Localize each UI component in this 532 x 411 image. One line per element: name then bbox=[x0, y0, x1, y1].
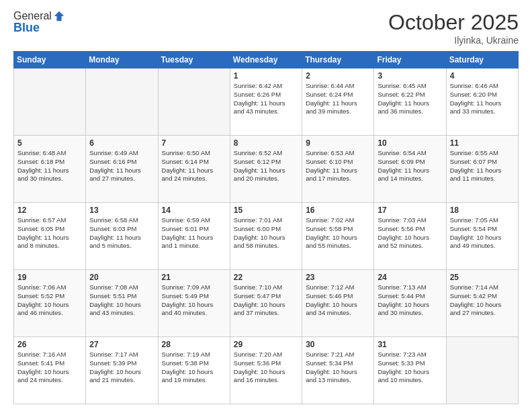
day-cell: 27Sunrise: 7:17 AM Sunset: 5:39 PM Dayli… bbox=[86, 337, 158, 404]
day-number: 5 bbox=[17, 138, 82, 148]
day-cell: 17Sunrise: 7:03 AM Sunset: 5:56 PM Dayli… bbox=[374, 203, 446, 270]
day-cell: 26Sunrise: 7:16 AM Sunset: 5:41 PM Dayli… bbox=[14, 337, 86, 404]
day-cell: 15Sunrise: 7:01 AM Sunset: 6:00 PM Dayli… bbox=[230, 203, 302, 270]
calendar-table: Sunday Monday Tuesday Wednesday Thursday… bbox=[13, 51, 519, 404]
header-saturday: Saturday bbox=[446, 52, 518, 68]
day-number: 11 bbox=[450, 138, 515, 148]
day-info: Sunrise: 7:20 AM Sunset: 5:36 PM Dayligh… bbox=[234, 351, 298, 385]
day-cell: 8Sunrise: 6:52 AM Sunset: 6:12 PM Daylig… bbox=[230, 136, 302, 203]
week-row-4: 19Sunrise: 7:06 AM Sunset: 5:52 PM Dayli… bbox=[14, 270, 519, 337]
day-number: 3 bbox=[378, 71, 442, 81]
week-row-2: 5Sunrise: 6:48 AM Sunset: 6:18 PM Daylig… bbox=[14, 136, 519, 203]
day-info: Sunrise: 7:02 AM Sunset: 5:58 PM Dayligh… bbox=[306, 216, 370, 250]
day-info: Sunrise: 7:03 AM Sunset: 5:56 PM Dayligh… bbox=[378, 216, 442, 250]
day-info: Sunrise: 7:08 AM Sunset: 5:51 PM Dayligh… bbox=[89, 283, 154, 318]
day-cell: 2Sunrise: 6:44 AM Sunset: 6:24 PM Daylig… bbox=[302, 68, 374, 136]
day-number: 31 bbox=[378, 340, 442, 349]
day-info: Sunrise: 6:45 AM Sunset: 6:22 PM Dayligh… bbox=[378, 82, 442, 116]
day-info: Sunrise: 6:46 AM Sunset: 6:20 PM Dayligh… bbox=[450, 82, 515, 116]
day-number: 10 bbox=[378, 138, 442, 148]
day-cell: 25Sunrise: 7:14 AM Sunset: 5:42 PM Dayli… bbox=[446, 270, 518, 337]
day-cell: 29Sunrise: 7:20 AM Sunset: 5:36 PM Dayli… bbox=[230, 337, 302, 404]
day-info: Sunrise: 7:09 AM Sunset: 5:49 PM Dayligh… bbox=[162, 283, 226, 318]
day-cell: 7Sunrise: 6:50 AM Sunset: 6:14 PM Daylig… bbox=[158, 136, 230, 203]
day-number: 18 bbox=[450, 205, 515, 215]
day-number: 19 bbox=[17, 273, 82, 282]
header-sunday: Sunday bbox=[14, 52, 86, 68]
day-cell: 21Sunrise: 7:09 AM Sunset: 5:49 PM Dayli… bbox=[158, 270, 230, 337]
header-tuesday: Tuesday bbox=[158, 52, 230, 68]
day-number: 28 bbox=[162, 340, 226, 349]
day-info: Sunrise: 7:16 AM Sunset: 5:41 PM Dayligh… bbox=[17, 351, 82, 385]
day-number: 6 bbox=[89, 138, 154, 148]
day-number: 22 bbox=[234, 273, 298, 282]
day-info: Sunrise: 7:10 AM Sunset: 5:47 PM Dayligh… bbox=[234, 283, 298, 318]
header-friday: Friday bbox=[374, 52, 446, 68]
day-cell: 31Sunrise: 7:23 AM Sunset: 5:33 PM Dayli… bbox=[374, 337, 446, 404]
day-cell: 24Sunrise: 7:13 AM Sunset: 5:44 PM Dayli… bbox=[374, 270, 446, 337]
day-info: Sunrise: 6:52 AM Sunset: 6:12 PM Dayligh… bbox=[234, 149, 298, 183]
day-number: 29 bbox=[234, 340, 298, 349]
day-info: Sunrise: 7:21 AM Sunset: 5:34 PM Dayligh… bbox=[306, 351, 370, 385]
day-cell: 16Sunrise: 7:02 AM Sunset: 5:58 PM Dayli… bbox=[302, 203, 374, 270]
day-number: 12 bbox=[17, 205, 82, 215]
day-cell: 18Sunrise: 7:05 AM Sunset: 5:54 PM Dayli… bbox=[446, 203, 518, 270]
weekday-header-row: Sunday Monday Tuesday Wednesday Thursday… bbox=[14, 52, 519, 68]
location-subtitle: Ilyinka, Ukraine bbox=[388, 35, 519, 46]
day-number: 17 bbox=[378, 205, 442, 215]
day-cell: 22Sunrise: 7:10 AM Sunset: 5:47 PM Dayli… bbox=[230, 270, 302, 337]
svg-marker-0 bbox=[54, 11, 64, 21]
header-monday: Monday bbox=[86, 52, 158, 68]
week-row-5: 26Sunrise: 7:16 AM Sunset: 5:41 PM Dayli… bbox=[14, 337, 519, 404]
header: General Blue October 2025 Ilyinka, Ukrai… bbox=[13, 10, 519, 46]
day-number: 4 bbox=[450, 71, 515, 81]
day-info: Sunrise: 7:17 AM Sunset: 5:39 PM Dayligh… bbox=[89, 351, 154, 385]
day-info: Sunrise: 6:58 AM Sunset: 6:03 PM Dayligh… bbox=[89, 216, 154, 250]
day-info: Sunrise: 7:01 AM Sunset: 6:00 PM Dayligh… bbox=[234, 216, 298, 250]
day-info: Sunrise: 7:06 AM Sunset: 5:52 PM Dayligh… bbox=[17, 283, 82, 318]
logo-icon bbox=[53, 10, 65, 22]
day-info: Sunrise: 6:49 AM Sunset: 6:16 PM Dayligh… bbox=[89, 149, 154, 183]
day-info: Sunrise: 7:14 AM Sunset: 5:42 PM Dayligh… bbox=[450, 283, 515, 318]
week-row-3: 12Sunrise: 6:57 AM Sunset: 6:05 PM Dayli… bbox=[14, 203, 519, 270]
title-block: October 2025 Ilyinka, Ukraine bbox=[388, 10, 519, 46]
logo: General Blue bbox=[13, 10, 65, 35]
day-number: 7 bbox=[162, 138, 226, 148]
day-info: Sunrise: 7:12 AM Sunset: 5:46 PM Dayligh… bbox=[306, 283, 370, 318]
week-row-1: 1Sunrise: 6:42 AM Sunset: 6:26 PM Daylig… bbox=[14, 68, 519, 136]
day-cell: 11Sunrise: 6:55 AM Sunset: 6:07 PM Dayli… bbox=[446, 136, 518, 203]
day-number: 2 bbox=[306, 71, 370, 81]
header-wednesday: Wednesday bbox=[230, 52, 302, 68]
day-cell: 9Sunrise: 6:53 AM Sunset: 6:10 PM Daylig… bbox=[302, 136, 374, 203]
day-number: 25 bbox=[450, 273, 515, 282]
day-info: Sunrise: 6:48 AM Sunset: 6:18 PM Dayligh… bbox=[17, 149, 82, 183]
day-cell: 1Sunrise: 6:42 AM Sunset: 6:26 PM Daylig… bbox=[230, 68, 302, 136]
day-cell: 5Sunrise: 6:48 AM Sunset: 6:18 PM Daylig… bbox=[14, 136, 86, 203]
day-info: Sunrise: 6:54 AM Sunset: 6:09 PM Dayligh… bbox=[378, 149, 442, 183]
day-cell: 14Sunrise: 6:59 AM Sunset: 6:01 PM Dayli… bbox=[158, 203, 230, 270]
day-number: 23 bbox=[306, 273, 370, 282]
day-number: 14 bbox=[162, 205, 226, 215]
day-info: Sunrise: 7:13 AM Sunset: 5:44 PM Dayligh… bbox=[378, 283, 442, 318]
day-number: 13 bbox=[89, 205, 154, 215]
month-title: October 2025 bbox=[388, 10, 519, 35]
day-number: 27 bbox=[89, 340, 154, 349]
day-cell: 3Sunrise: 6:45 AM Sunset: 6:22 PM Daylig… bbox=[374, 68, 446, 136]
day-cell: 4Sunrise: 6:46 AM Sunset: 6:20 PM Daylig… bbox=[446, 68, 518, 136]
day-number: 26 bbox=[17, 340, 82, 349]
day-cell: 28Sunrise: 7:19 AM Sunset: 5:38 PM Dayli… bbox=[158, 337, 230, 404]
day-number: 1 bbox=[234, 71, 298, 81]
page: General Blue October 2025 Ilyinka, Ukrai… bbox=[0, 0, 532, 411]
day-info: Sunrise: 6:44 AM Sunset: 6:24 PM Dayligh… bbox=[306, 82, 370, 116]
day-cell: 20Sunrise: 7:08 AM Sunset: 5:51 PM Dayli… bbox=[86, 270, 158, 337]
day-number: 20 bbox=[89, 273, 154, 282]
day-cell: 10Sunrise: 6:54 AM Sunset: 6:09 PM Dayli… bbox=[374, 136, 446, 203]
day-cell: 12Sunrise: 6:57 AM Sunset: 6:05 PM Dayli… bbox=[14, 203, 86, 270]
day-cell bbox=[86, 68, 158, 136]
day-cell: 6Sunrise: 6:49 AM Sunset: 6:16 PM Daylig… bbox=[86, 136, 158, 203]
day-info: Sunrise: 6:59 AM Sunset: 6:01 PM Dayligh… bbox=[162, 216, 226, 250]
day-number: 24 bbox=[378, 273, 442, 282]
day-number: 8 bbox=[234, 138, 298, 148]
day-number: 21 bbox=[162, 273, 226, 282]
day-info: Sunrise: 6:53 AM Sunset: 6:10 PM Dayligh… bbox=[306, 149, 370, 183]
